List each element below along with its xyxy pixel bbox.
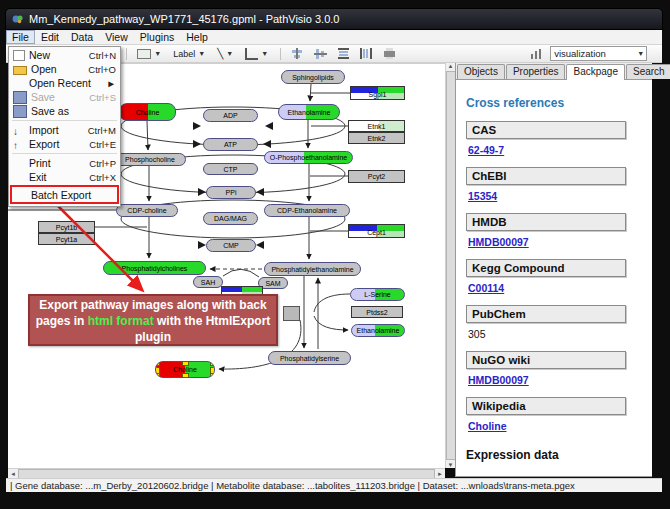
line-tool-button[interactable]: ╲ ▼ [214, 46, 238, 61]
menu-item-exit[interactable]: ExitCtrl+X [10, 170, 119, 184]
connector-tool-button[interactable]: ▼ [242, 46, 273, 62]
node-l-serine[interactable]: L-Serine [350, 288, 405, 301]
menu-item-new[interactable]: NewCtrl+N [10, 48, 119, 62]
node-label: Ptdss2 [366, 309, 387, 316]
crossref-link[interactable]: HMDB00097 [468, 236, 529, 248]
align-center-button[interactable] [288, 46, 307, 61]
crossref-link[interactable]: 15354 [468, 190, 497, 202]
distribute-vertical-button[interactable] [334, 46, 353, 61]
node-box[interactable] [283, 306, 300, 321]
menu-item-shortcut: Ctrl+M [88, 125, 116, 136]
node-etnk1[interactable]: Etnk1 [348, 120, 405, 132]
distribute-horizontal-button[interactable] [357, 46, 376, 61]
scrollbar-thumb[interactable] [446, 71, 456, 460]
node-pcyt1a[interactable]: Pcyt1a [38, 233, 95, 245]
node-cdp-ethanolamine[interactable]: CDP-Ethanolamine [264, 204, 350, 217]
save-icon [13, 91, 27, 104]
node-ethanolamine[interactable]: Ethanolamine [278, 104, 340, 120]
node-label: CDP-Ethanolamine [277, 207, 337, 214]
menubar-item-plugins[interactable]: Plugins [134, 30, 180, 44]
backpage-content[interactable]: Cross references CAS62-49-7ChEBI15354HMD… [456, 80, 652, 476]
selection-handle[interactable] [182, 373, 189, 378]
node-ethanolamine[interactable]: Ethanolamine [351, 324, 405, 337]
node-pcyt1b[interactable]: Pcyt1b [38, 221, 95, 233]
node-choline[interactable]: Choline [119, 103, 176, 121]
node-cdp-choline[interactable]: CDP-choline [116, 204, 178, 217]
distribute-vertical-icon [337, 48, 350, 59]
gene-tool-button[interactable]: ▼ [134, 47, 166, 61]
menu-item-shortcut: Ctrl+S [89, 92, 116, 103]
node-dag-mag[interactable]: DAG/MAG [203, 212, 258, 225]
menubar-item-view[interactable]: View [99, 30, 134, 44]
node-phosphatidylcholines[interactable]: Phosphatidylcholines [103, 261, 206, 275]
canvas-horizontal-scrollbar[interactable]: ◄► [8, 468, 445, 478]
menu-item-open[interactable]: OpenCtrl+O [10, 62, 119, 76]
selection-handle[interactable] [210, 373, 215, 378]
node-pcyt2[interactable]: Pcyt2 [348, 170, 405, 183]
crossref-link[interactable]: HMDB00097 [468, 374, 529, 386]
chevron-down-icon[interactable]: ▼ [635, 50, 646, 57]
menu-item-export[interactable]: ExportCtrl+E [10, 137, 119, 151]
menu-item-batch-export[interactable]: Batch Export [10, 185, 119, 204]
scroll-up-icon[interactable]: ▲ [448, 63, 454, 69]
tab-search[interactable]: Search [626, 64, 670, 79]
align-middle-button[interactable] [311, 46, 330, 61]
annotation-text: with the HtmlExport plugin [135, 314, 270, 344]
scroll-down-icon[interactable]: ▼ [448, 462, 454, 468]
print-button[interactable] [380, 46, 399, 61]
crossref-link[interactable]: C00114 [468, 282, 504, 294]
node-adp[interactable]: ADP [203, 109, 258, 122]
node-label: Choline [173, 366, 197, 373]
chevron-down-icon[interactable]: ▼ [152, 50, 163, 57]
selection-handle[interactable] [210, 361, 215, 366]
crossref-link[interactable]: 62-49-7 [468, 144, 504, 156]
chevron-down-icon[interactable]: ▼ [224, 50, 235, 57]
menu-item-shortcut: Ctrl+N [89, 50, 116, 61]
node-ptdss2[interactable]: Ptdss2 [351, 306, 403, 318]
menubar-item-help[interactable]: Help [180, 30, 214, 44]
menubar-item-file[interactable]: File [6, 30, 35, 44]
node-etnk2[interactable]: Etnk2 [348, 132, 405, 144]
label-tool-button[interactable]: Label ▼ [170, 47, 210, 61]
node-ctp[interactable]: CTP [203, 163, 258, 175]
menu-separator [12, 120, 117, 121]
node-choline[interactable]: Choline [155, 361, 215, 378]
node-cmp[interactable]: CMP [206, 239, 256, 252]
scroll-right-icon[interactable]: ► [437, 471, 445, 477]
selection-handle[interactable] [155, 373, 160, 378]
menubar-item-edit[interactable]: Edit [35, 30, 65, 44]
chevron-down-icon[interactable]: ▼ [259, 50, 270, 57]
crossref-value-row: Choline [468, 420, 652, 432]
crossref-section-wikipedia: WikipediaCholine [466, 397, 652, 432]
node-sphingolipids[interactable]: Sphingolipids [281, 70, 345, 84]
node-cept1[interactable]: Cept1 [348, 224, 405, 238]
selection-handle[interactable] [182, 361, 189, 366]
node-sgpl1[interactable]: Sgpl1 [350, 86, 405, 100]
node-phosphocholine[interactable]: Phosphocholine [114, 153, 186, 166]
node-o-phosphoethanolamine[interactable]: O-Phosphoethanolamine [264, 151, 353, 164]
visualization-combobox[interactable]: visualization ▼ [550, 46, 647, 61]
selection-handle[interactable] [155, 361, 160, 366]
menubar-item-data[interactable]: Data [65, 30, 99, 44]
menu-item-save-as[interactable]: Save as [10, 104, 119, 118]
node-phosphatidylethanolamine[interactable]: Phosphatidylethanolamine [264, 262, 361, 276]
node-phosphatidylserine[interactable]: Phosphatidylserine [268, 351, 351, 365]
menu-item-print[interactable]: PrintCtrl+P [10, 156, 119, 170]
tab-backpage[interactable]: Backpage [566, 64, 624, 80]
menu-item-import[interactable]: ImportCtrl+M [10, 123, 119, 137]
title-bar: Mm_Kennedy_pathway_WP1771_45176.gpml - P… [5, 8, 663, 30]
tab-properties[interactable]: Properties [506, 64, 566, 79]
node-atp[interactable]: ATP [203, 138, 258, 151]
scroll-left-icon[interactable]: ◄ [8, 471, 16, 477]
crossref-section-hmdb: HMDBHMDB00097 [466, 213, 652, 248]
menu-item-save[interactable]: SaveCtrl+S [10, 90, 119, 104]
node-ppi[interactable]: PPi [206, 186, 256, 199]
chevron-down-icon[interactable]: ▼ [196, 50, 207, 57]
node-sah[interactable]: SAH [193, 276, 223, 288]
scrollbar-thumb[interactable] [18, 469, 435, 479]
visualization-options-button[interactable] [527, 46, 546, 61]
canvas-vertical-scrollbar[interactable]: ▲▼ [445, 63, 455, 468]
crossref-link[interactable]: Choline [468, 420, 507, 432]
menu-item-open-recent[interactable]: Open Recent► [10, 76, 119, 90]
tab-objects[interactable]: Objects [457, 64, 505, 79]
